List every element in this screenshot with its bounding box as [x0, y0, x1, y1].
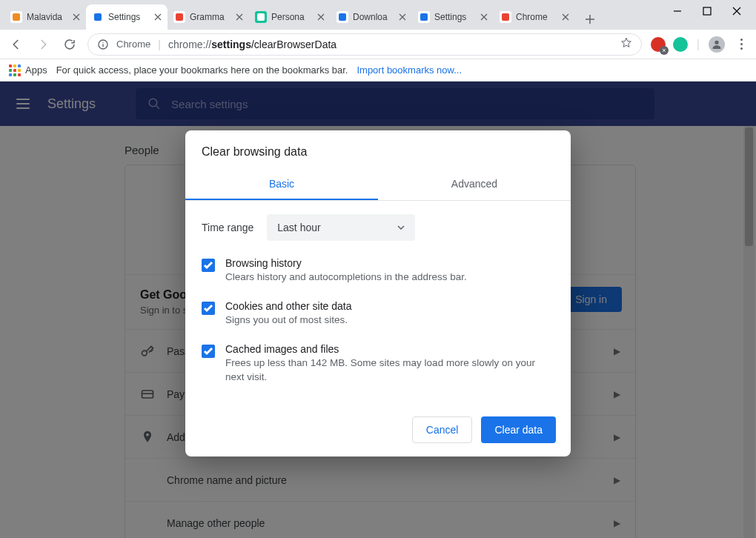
window-controls — [658, 0, 756, 24]
close-tab-icon[interactable] — [317, 13, 325, 21]
browser-toolbar: Chrome | chrome://settings/clearBrowserD… — [0, 30, 756, 59]
clear-data-button[interactable]: Clear data — [481, 416, 556, 443]
bookmark-star-icon[interactable] — [620, 37, 632, 51]
tab-favicon — [10, 11, 22, 23]
extension-extension-1[interactable]: × — [651, 37, 666, 52]
tab-strip: Malavida Settings Gramma Persona Downloa — [0, 0, 756, 30]
close-window-icon[interactable] — [732, 5, 741, 19]
close-tab-icon[interactable] — [73, 13, 80, 21]
tab-favicon — [500, 11, 511, 23]
browser-tab[interactable]: Gramma — [168, 4, 249, 30]
checkbox[interactable] — [202, 345, 215, 358]
tab-title: Malavida — [27, 12, 68, 22]
extension-grammarly[interactable] — [673, 37, 688, 52]
clear-browsing-data-dialog: Clear browsing data Basic Advanced Time … — [185, 130, 571, 456]
browser-tab[interactable]: Malavida — [4, 4, 86, 30]
profile-avatar[interactable] — [709, 36, 725, 53]
tab-title: Chrome — [516, 12, 557, 22]
browser-tab[interactable]: Chrome — [494, 4, 575, 30]
secure-label: Chrome — [116, 39, 150, 50]
tab-title: Settings — [434, 12, 476, 22]
time-range-label: Time range — [202, 222, 253, 233]
dialog-title: Clear browsing data — [185, 130, 571, 169]
cancel-button[interactable]: Cancel — [412, 416, 473, 443]
svg-point-2 — [102, 41, 103, 42]
import-bookmarks-link[interactable]: Import bookmarks now... — [357, 64, 462, 76]
bookmark-bar: Apps For quick access, place your bookma… — [0, 59, 756, 82]
reload-button[interactable] — [61, 36, 79, 53]
new-tab-button[interactable] — [580, 9, 600, 30]
tab-title: Gramma — [190, 12, 231, 22]
tab-title: Settings — [108, 12, 150, 22]
option-title: Browsing history — [225, 257, 467, 269]
extensions: × — [651, 37, 688, 52]
svg-rect-0 — [703, 7, 711, 15]
clear-option: Browsing history Clears history and auto… — [202, 257, 554, 284]
chrome-menu-button[interactable] — [734, 39, 749, 50]
bookmark-hint: For quick access, place your bookmarks h… — [56, 64, 348, 76]
svg-point-4 — [714, 40, 718, 44]
close-tab-icon[interactable] — [480, 13, 488, 21]
minimize-icon[interactable] — [673, 5, 682, 19]
time-range-select[interactable]: Last hour — [267, 214, 415, 241]
browser-tab[interactable]: Downloa — [331, 4, 412, 30]
time-range-value: Last hour — [277, 222, 320, 233]
browser-tab[interactable]: Persona — [249, 4, 331, 30]
address-bar[interactable]: Chrome | chrome://settings/clearBrowserD… — [87, 33, 642, 56]
checkbox[interactable] — [202, 259, 215, 272]
browser-tab[interactable]: Settings — [86, 4, 168, 30]
close-tab-icon[interactable] — [236, 13, 243, 21]
tab-favicon — [92, 11, 104, 23]
close-tab-icon[interactable] — [399, 13, 406, 21]
browser-tab[interactable]: Settings — [412, 4, 494, 30]
option-title: Cookies and other site data — [225, 300, 351, 312]
tab-favicon — [255, 11, 267, 23]
option-title: Cached images and files — [225, 343, 554, 355]
back-button[interactable] — [7, 36, 25, 53]
option-sub: Signs you out of most sites. — [225, 313, 351, 327]
tab-favicon — [336, 11, 348, 23]
tab-basic[interactable]: Basic — [185, 169, 378, 200]
dialog-tabs: Basic Advanced — [185, 169, 571, 201]
close-tab-icon[interactable] — [562, 13, 569, 21]
clear-option: Cookies and other site data Signs you ou… — [202, 300, 554, 327]
clear-option: Cached images and files Frees up less th… — [202, 343, 554, 383]
tab-favicon — [418, 11, 430, 23]
option-sub: Frees up less than 142 MB. Some sites ma… — [225, 356, 554, 383]
tab-advanced[interactable]: Advanced — [378, 169, 571, 200]
close-tab-icon[interactable] — [154, 13, 162, 21]
site-info-icon — [97, 39, 109, 50]
tab-title: Downloa — [353, 12, 394, 22]
svg-rect-3 — [102, 44, 103, 47]
apps-shortcut[interactable]: Apps — [9, 64, 47, 76]
maximize-icon[interactable] — [703, 5, 712, 19]
checkbox[interactable] — [202, 302, 215, 315]
url-text: chrome://settings/clearBrowserData — [168, 39, 336, 50]
forward-button[interactable] — [34, 36, 52, 53]
option-sub: Clears history and autocompletions in th… — [225, 270, 467, 284]
chevron-down-icon — [397, 225, 405, 230]
tab-favicon — [173, 11, 185, 23]
apps-icon — [9, 64, 21, 76]
tab-title: Persona — [271, 12, 313, 22]
